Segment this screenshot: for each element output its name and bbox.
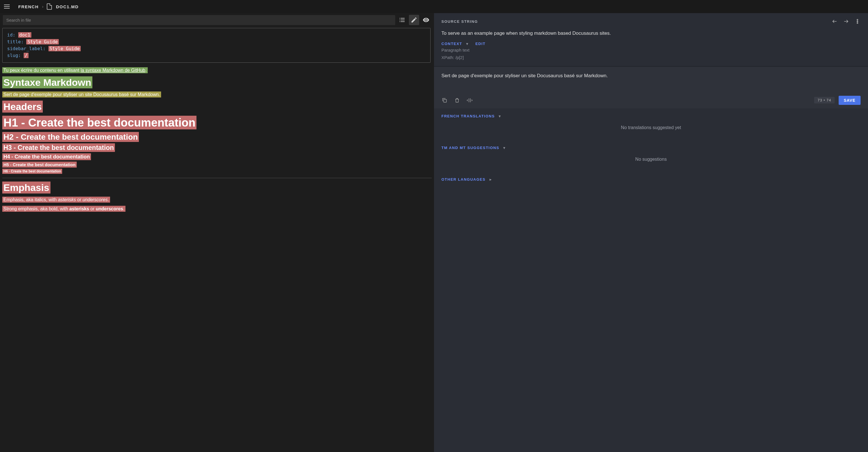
- frontmatter-block[interactable]: id: doc1 title: Style Guide sidebar_labe…: [2, 28, 431, 63]
- left-toolbar: [0, 13, 434, 27]
- doc-paragraph-selected[interactable]: Sert de page d'exemple pour styliser un …: [2, 92, 432, 97]
- doc-heading-headers[interactable]: Headers: [2, 101, 432, 112]
- doc-h2-sample[interactable]: H2 - Create the best documentation: [2, 132, 432, 142]
- source-string-text: To serve as an example page when styling…: [441, 30, 861, 37]
- copy-source-icon[interactable]: [441, 97, 448, 103]
- topbar: FRENCH › DOC1.MD: [0, 0, 868, 13]
- doc-h6-sample[interactable]: H6 - Create the best documentation: [2, 169, 432, 173]
- search-input[interactable]: [3, 15, 395, 25]
- doc-h3-sample[interactable]: H3 - Create the best documentation: [2, 144, 432, 152]
- french-translations-section: FRENCH TRANSLATIONS No translations sugg…: [434, 108, 868, 140]
- fm-title-key: title:: [7, 39, 24, 44]
- doc-h4-sample[interactable]: H4 - Create the best documentation: [2, 154, 432, 160]
- fm-sidebar-val[interactable]: Style Guide: [49, 46, 81, 51]
- prev-string-icon[interactable]: [832, 18, 838, 25]
- tm-mt-toggle[interactable]: TM AND MT SUGGESTIONS: [441, 146, 861, 150]
- list-view-icon[interactable]: [397, 15, 407, 25]
- fm-id-key: id:: [7, 32, 16, 38]
- fm-sidebar-key: sidebar_label:: [7, 46, 45, 51]
- doc-paragraph[interactable]: Tu peux écrire du contenu en utilisant l…: [2, 68, 432, 73]
- breadcrumb-language[interactable]: FRENCH: [18, 4, 39, 9]
- delete-translation-icon[interactable]: [454, 97, 460, 103]
- tm-mt-section: TM AND MT SUGGESTIONS No suggestions: [434, 140, 868, 171]
- more-menu-icon[interactable]: [854, 18, 861, 25]
- fm-slug-val[interactable]: /: [24, 53, 29, 58]
- doc-heading-syntax[interactable]: Syntaxe Markdown: [2, 77, 432, 88]
- char-counter: 73 • 74: [814, 97, 835, 103]
- insert-placeholder-icon[interactable]: [466, 97, 473, 103]
- doc-emphasis-p1[interactable]: Emphasis, aka italics, with asterisks or…: [2, 197, 432, 202]
- context-toggle[interactable]: CONTEXT: [441, 42, 468, 46]
- other-languages-section: OTHER LANGUAGES: [434, 171, 868, 187]
- source-string-label: SOURCE STRING: [441, 20, 478, 24]
- no-suggestions-msg: No suggestions: [441, 150, 861, 166]
- edit-mode-icon[interactable]: [409, 15, 419, 25]
- edit-context-button[interactable]: EDIT: [475, 42, 486, 46]
- svg-point-2: [857, 23, 858, 23]
- document-content[interactable]: id: doc1 title: Style Guide sidebar_labe…: [0, 27, 434, 452]
- svg-point-1: [857, 21, 858, 22]
- fm-title-val[interactable]: Style Guide: [26, 39, 59, 44]
- context-line1: Paragraph text: [441, 47, 861, 54]
- translation-input[interactable]: Sert de page d'exemple pour styliser un …: [441, 73, 861, 79]
- next-string-icon[interactable]: [843, 18, 849, 25]
- translation-editor: Sert de page d'exemple pour styliser un …: [434, 66, 868, 108]
- file-icon: [47, 3, 52, 10]
- right-pane: SOURCE STRING To serve as an example pag…: [434, 13, 868, 452]
- other-languages-toggle[interactable]: OTHER LANGUAGES: [441, 177, 861, 182]
- save-button[interactable]: SAVE: [839, 96, 861, 105]
- left-pane: id: doc1 title: Style Guide sidebar_labe…: [0, 13, 434, 452]
- fm-slug-key: slug:: [7, 53, 21, 58]
- context-line2: XPath: /p[2]: [441, 55, 861, 61]
- doc-h1-sample[interactable]: H1 - Create the best documentation: [2, 116, 432, 129]
- doc-hr: [2, 178, 432, 178]
- svg-point-0: [857, 20, 858, 20]
- source-string-section: SOURCE STRING To serve as an example pag…: [434, 13, 868, 66]
- svg-rect-3: [444, 99, 446, 102]
- french-translations-toggle[interactable]: FRENCH TRANSLATIONS: [441, 114, 861, 118]
- doc-h5-sample[interactable]: H5 - Create the best documentation: [2, 162, 432, 167]
- no-translations-msg: No translations suggested yet: [441, 118, 861, 134]
- doc-emphasis-p2[interactable]: Strong emphasis, aka bold, with asterisk…: [2, 206, 432, 212]
- hamburger-menu-icon[interactable]: [4, 3, 11, 10]
- fm-id-val[interactable]: doc1: [18, 32, 32, 38]
- preview-icon[interactable]: [421, 15, 431, 25]
- doc-heading-emphasis[interactable]: Emphasis: [2, 182, 432, 193]
- chevron-right-icon: ›: [42, 4, 43, 9]
- breadcrumb-filename[interactable]: DOC1.MD: [56, 4, 79, 9]
